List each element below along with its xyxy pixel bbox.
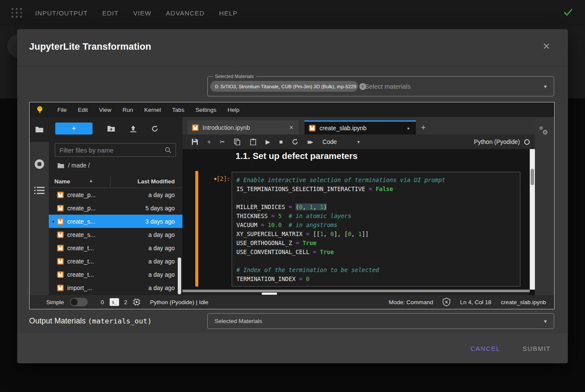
tab-introduction[interactable]: Introduction.ipynb ×	[188, 120, 298, 135]
refresh-icon[interactable]	[151, 125, 158, 132]
dialog-title: JupyterLite Transformation	[29, 41, 151, 52]
paste-icon[interactable]	[250, 138, 257, 145]
jp-menu-help[interactable]: Help	[222, 107, 245, 113]
jupyter-statusbar: Simple 0 $_ 2 Python (Pyodide) | Idle	[30, 295, 554, 309]
kernel-status-icon[interactable]	[524, 139, 530, 145]
chevron-down-icon[interactable]: ▾	[358, 139, 360, 145]
jupyter-menu: File Edit View Run Kernel Tabs Settings …	[52, 107, 245, 113]
jp-menu-view[interactable]: View	[93, 107, 117, 113]
simple-mode-toggle[interactable]	[70, 298, 88, 306]
column-last-modified[interactable]: Last Modified	[137, 178, 175, 185]
file-row[interactable]: ● import_... a day ago	[49, 281, 182, 294]
filebrowser-toolbar: +	[49, 123, 182, 135]
jp-menu-kernel[interactable]: Kernel	[139, 107, 167, 113]
new-tab-button[interactable]: +	[417, 120, 430, 135]
statusbar-filename[interactable]: create_slab.ipynb	[501, 299, 546, 305]
dropdown-caret-icon[interactable]: ▼	[543, 84, 548, 89]
kernel-chip-icon[interactable]	[133, 298, 140, 306]
menu-view[interactable]: VIEW	[133, 9, 151, 17]
horizontal-scrollbar[interactable]	[182, 292, 530, 295]
menu-edit[interactable]: EDIT	[102, 9, 119, 17]
tab-label: Introduction.ipynb	[203, 124, 289, 131]
app-top-bar: INPUT/OUTPUT EDIT VIEW ADVANCED HELP	[0, 0, 585, 26]
close-icon[interactable]: ×	[543, 40, 550, 52]
shield-x-icon[interactable]	[442, 298, 451, 306]
kernel-status-text[interactable]: Python (Pyodide) | Idle	[150, 299, 208, 305]
horizontal-scrollbar-thumb[interactable]	[262, 293, 277, 295]
menu-input-output[interactable]: INPUT/OUTPUT	[35, 9, 88, 17]
cursor-position[interactable]: Ln 4, Col 18	[460, 299, 491, 305]
toc-icon	[34, 186, 45, 195]
file-row[interactable]: ● create_t... a day ago	[49, 254, 182, 268]
running-sessions-tab[interactable]	[34, 159, 45, 169]
menu-help[interactable]: HELP	[219, 9, 238, 17]
code-cell-editor[interactable]: # Enable interactive selection of termin…	[232, 172, 520, 287]
file-row[interactable]: ● create_t... a day ago	[49, 241, 182, 254]
dialog-footer: CANCEL SUBMIT	[17, 333, 568, 363]
right-sidebar-rail: ⚙ ⚙	[535, 117, 554, 295]
code-line: TERMINATION_INDEX = 0	[236, 275, 516, 284]
notebook-scrollbar-thumb[interactable]	[531, 169, 534, 185]
cell-type-select[interactable]: Code	[322, 138, 337, 145]
notebook-scrollbar[interactable]	[530, 149, 535, 290]
check-icon[interactable]	[562, 6, 574, 18]
jp-menu-file[interactable]: File	[52, 107, 72, 113]
breadcrumb[interactable]: / made /	[57, 162, 90, 169]
mode-indicator[interactable]: Mode: Command	[389, 299, 433, 305]
file-name: create_t...	[67, 271, 149, 278]
jp-menu-edit[interactable]: Edit	[72, 107, 93, 113]
add-cell-icon[interactable]: +	[207, 138, 211, 145]
output-select-value: Selected Materials	[215, 318, 543, 324]
kernel-name-button[interactable]: Python (Pyodide)	[474, 138, 520, 145]
dialog-header: JupyterLite Transformation ×	[17, 29, 568, 66]
select-materials-placeholder: Select materials	[365, 83, 543, 90]
new-folder-icon[interactable]	[107, 125, 115, 132]
file-row[interactable]: ● create_s... 3 days ago	[49, 215, 182, 228]
menu-advanced[interactable]: ADVANCED	[166, 9, 204, 17]
file-name: import_...	[67, 284, 149, 291]
input-materials-select[interactable]: Selected Materials 0: SrTiO3, Strontium …	[207, 76, 554, 96]
jp-menu-run[interactable]: Run	[117, 107, 139, 113]
unsaved-dot-icon: ●	[407, 126, 410, 131]
new-launcher-button[interactable]: +	[55, 123, 93, 135]
material-chip[interactable]: 0: SrTiO3, Strontium Titanate, CUB (Pm-3…	[210, 81, 358, 92]
app-logo-icon	[10, 7, 23, 19]
left-sidebar-rail	[30, 117, 49, 295]
restart-run-all-icon[interactable]: ▶▶	[307, 138, 311, 145]
file-row[interactable]: ● create_p... a day ago	[49, 188, 182, 201]
property-inspector-tab[interactable]: ⚙ ⚙	[539, 126, 550, 138]
file-row[interactable]: ● create_p... 5 days ago	[49, 201, 182, 215]
filebrowser-scrollbar[interactable]	[178, 257, 181, 294]
dropdown-caret-icon[interactable]: ▼	[543, 319, 548, 324]
screen: INPUT/OUTPUT EDIT VIEW ADVANCED HELP ⋮ J…	[0, 0, 585, 392]
stop-icon[interactable]: ■	[279, 138, 283, 145]
output-materials-label: Output Materials (materials_out)	[29, 317, 152, 326]
file-row[interactable]: ● create_t... a day ago	[49, 268, 182, 281]
file-modified: a day ago	[149, 258, 175, 265]
run-icon[interactable]: ▶	[266, 138, 270, 145]
file-modified: 3 days ago	[146, 218, 175, 225]
column-name[interactable]: Name	[54, 178, 70, 185]
filter-files-input[interactable]: Filter files by name	[55, 143, 176, 157]
jp-menu-settings[interactable]: Settings	[190, 107, 222, 113]
output-materials-select[interactable]: Selected Materials ▼	[207, 313, 554, 329]
tab-create-slab[interactable]: create_slab.ipynb ●	[304, 120, 416, 135]
file-row[interactable]: ● create_s... a day ago	[49, 228, 182, 241]
jp-menu-tabs[interactable]: Tabs	[167, 107, 190, 113]
terminal-icon[interactable]: $_	[110, 298, 119, 306]
tab-close-icon[interactable]: ×	[289, 123, 293, 132]
cut-icon[interactable]: ✂	[220, 138, 225, 145]
table-of-contents-tab[interactable]	[34, 186, 45, 195]
cancel-button[interactable]: CANCEL	[470, 345, 500, 352]
save-icon[interactable]	[191, 138, 198, 145]
restart-kernel-icon[interactable]	[292, 138, 298, 145]
submit-button[interactable]: SUBMIT	[522, 345, 551, 352]
copy-icon[interactable]	[234, 138, 241, 145]
code-line: VACUUM = 10.0 # in angstroms	[236, 221, 516, 230]
material-chip-label: 0: SrTiO3, Strontium Titanate, CUB (Pm-3…	[215, 84, 356, 89]
file-browser: +	[49, 117, 182, 295]
search-icon	[165, 147, 171, 153]
upload-icon[interactable]	[130, 125, 137, 132]
filebrowser-tab[interactable]	[30, 117, 49, 142]
plus-icon: +	[72, 125, 76, 132]
